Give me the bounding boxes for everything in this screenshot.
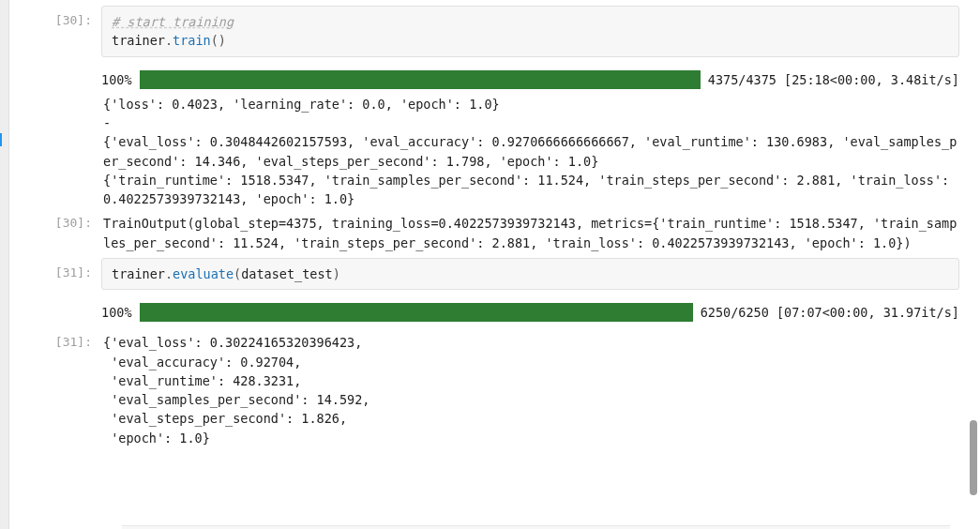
cell-31-input: [31]: trainer.evaluate(dataset_test) (17, 258, 959, 290)
left-gutter (0, 0, 9, 529)
code-ident: trainer (112, 266, 165, 281)
progress-stats: 4375/4375 [25:18<00:00, 3.48it/s] (708, 70, 959, 89)
cell-30-output: 100% 4375/4375 [25:18<00:00, 3.48it/s] {… (17, 63, 959, 209)
cell-31-result: [31]: {'eval_loss': 0.30224165320396423,… (17, 333, 959, 447)
code-paren: () (211, 33, 226, 48)
code-editor[interactable]: trainer.evaluate(dataset_test) (101, 258, 959, 290)
code-ident: trainer (112, 33, 165, 48)
prompt-label: [30]: (17, 214, 101, 233)
code-editor[interactable]: # start training trainer.train() (101, 6, 959, 57)
progress-bar (140, 70, 701, 89)
prompt-label: [30]: (17, 6, 101, 30)
result-text: {'eval_loss': 0.30224165320396423, 'eval… (101, 333, 959, 447)
cell-30-result: [30]: TrainOutput(global_step=4375, trai… (17, 214, 959, 252)
scrollbar-vertical[interactable] (967, 0, 980, 529)
notebook-content: [30]: # start training trainer.train() 1… (9, 0, 967, 529)
code-call: evaluate (173, 266, 234, 281)
progress-stats: 6250/6250 [07:07<00:00, 31.97it/s] (701, 303, 959, 322)
code-arg: dataset_test (241, 266, 333, 281)
progress-bar (140, 303, 693, 322)
progress-bar-row: 100% 4375/4375 [25:18<00:00, 3.48it/s] (101, 70, 959, 89)
prompt-label: [31]: (17, 258, 101, 282)
cell-31-output: 100% 6250/6250 [07:07<00:00, 31.97it/s] (17, 295, 959, 327)
next-cell-peek (122, 525, 950, 529)
result-text: TrainOutput(global_step=4375, training_l… (101, 214, 959, 252)
progress-percent: 100% (101, 303, 132, 322)
prompt-label: [31]: (17, 333, 101, 352)
selection-marker (0, 133, 2, 146)
notebook-viewport: [30]: # start training trainer.train() 1… (0, 0, 980, 529)
progress-percent: 100% (101, 70, 132, 89)
progress-bar-row: 100% 6250/6250 [07:07<00:00, 31.97it/s] (101, 303, 959, 322)
scrollbar-thumb[interactable] (970, 420, 977, 495)
code-comment: # start training (112, 14, 234, 29)
code-call: train (173, 33, 211, 48)
cell-30-input: [30]: # start training trainer.train() (17, 6, 959, 57)
stdout-text: {'loss': 0.4023, 'learning_rate': 0.0, '… (101, 95, 959, 209)
